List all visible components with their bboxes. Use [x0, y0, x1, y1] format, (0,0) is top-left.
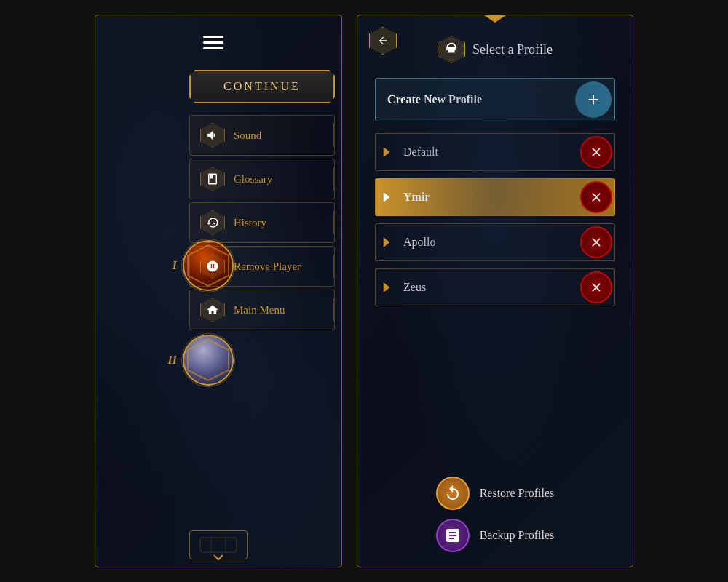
screen-wrapper: I II	[0, 0, 728, 582]
remove-player-icon	[200, 254, 225, 279]
profile-item-apollo[interactable]: Apollo	[375, 223, 615, 261]
roman-label-2: II	[168, 354, 177, 367]
delete-profile-default-button[interactable]	[580, 136, 612, 168]
svg-marker-7	[384, 237, 390, 247]
scroll-indicator	[213, 551, 224, 564]
delete-x-icon	[589, 145, 604, 159]
profile-name-ymir: Ymir	[395, 180, 578, 214]
left-panel: I II	[95, 15, 342, 567]
profile-arrow-zeus	[376, 269, 395, 306]
speaker-icon	[200, 123, 225, 148]
backup-profiles-button[interactable]: Backup Profiles	[436, 519, 555, 552]
restore-icon	[436, 477, 470, 510]
restore-label: Restore Profiles	[480, 487, 555, 500]
clock-icon	[200, 210, 225, 235]
remove-player-icon-svg	[206, 260, 219, 273]
profile-arrow-ymir	[376, 179, 395, 215]
back-button[interactable]	[369, 27, 397, 55]
chevron-down-icon	[213, 554, 224, 561]
profile-name-zeus: Zeus	[395, 271, 578, 304]
profile-name-apollo: Apollo	[395, 226, 578, 259]
create-new-profile-button[interactable]	[575, 81, 612, 118]
profile-item-zeus[interactable]: Zeus	[375, 268, 615, 306]
clock-icon-svg	[206, 216, 219, 229]
svg-rect-2	[200, 538, 237, 552]
menu-item-history[interactable]: History	[189, 202, 335, 243]
menu-item-main-menu[interactable]: Main Menu	[189, 290, 335, 330]
backup-icon	[436, 519, 470, 552]
plus-icon	[585, 92, 601, 108]
chevron-shape	[484, 15, 506, 23]
svg-marker-1	[188, 340, 229, 380]
profile-item-ymir[interactable]: Ymir	[375, 178, 615, 216]
main-menu-label: Main Menu	[234, 304, 285, 316]
restore-icon-svg	[444, 485, 462, 502]
restore-profiles-button[interactable]: Restore Profiles	[436, 477, 555, 510]
continue-button[interactable]: CONTINUE	[189, 70, 335, 103]
home-icon-svg	[206, 303, 219, 316]
select-profile-title: Select a Profile	[472, 42, 553, 57]
svg-marker-5	[384, 147, 390, 157]
menu-item-glossary[interactable]: Glossary	[189, 159, 335, 199]
helmet-icon-svg	[443, 41, 459, 57]
delete-profile-ymir-button[interactable]	[580, 181, 612, 213]
speaker-icon-svg	[206, 129, 219, 142]
arrow-right-icon-apollo	[382, 237, 392, 247]
back-arrow-icon	[377, 35, 389, 47]
sound-label: Sound	[234, 129, 261, 142]
svg-marker-8	[384, 282, 390, 292]
delete-x-icon-zeus	[589, 280, 604, 295]
create-new-profile-label: Create New Profile	[376, 83, 572, 116]
arrow-right-icon	[382, 147, 392, 157]
right-panel: Select a Profile Create New Profile Defa…	[357, 15, 633, 567]
home-icon	[200, 298, 225, 322]
hamburger-button[interactable]	[197, 30, 229, 55]
menu-item-sound[interactable]: Sound	[189, 115, 335, 156]
create-new-profile-row[interactable]: Create New Profile	[375, 78, 615, 121]
menu-area: CONTINUE Sound Glossary	[95, 30, 341, 333]
history-label: History	[234, 217, 266, 229]
delete-x-icon-apollo	[589, 235, 604, 250]
backup-icon-svg	[444, 527, 462, 544]
hamburger-line-3	[203, 47, 223, 49]
glossary-label: Glossary	[234, 173, 272, 186]
arrow-right-icon-ymir	[382, 192, 392, 202]
profile-name-default: Default	[395, 135, 578, 169]
menu-item-remove-player[interactable]: Remove Player	[189, 246, 335, 287]
delete-profile-apollo-button[interactable]	[580, 226, 612, 258]
delete-profile-zeus-button[interactable]	[580, 271, 612, 303]
book-icon-svg	[206, 172, 219, 186]
top-chevron-ornament	[473, 15, 517, 24]
remove-player-label: Remove Player	[234, 260, 301, 273]
hamburger-line-1	[203, 36, 223, 38]
helmet-icon	[438, 36, 465, 63]
character-badge-2	[183, 335, 234, 386]
delete-x-icon-ymir	[589, 190, 604, 204]
profile-arrow-apollo	[376, 224, 395, 260]
hamburger-line-2	[203, 41, 223, 44]
bottom-buttons: Restore Profiles Backup Profiles	[375, 477, 615, 552]
backup-label: Backup Profiles	[480, 529, 555, 542]
select-profile-header: Select a Profile	[438, 36, 553, 63]
arrow-right-icon-zeus	[382, 282, 392, 292]
book-icon	[200, 167, 225, 191]
profile-arrow-default	[376, 134, 395, 170]
svg-marker-6	[384, 192, 390, 202]
profile-item-default[interactable]: Default	[375, 133, 615, 171]
